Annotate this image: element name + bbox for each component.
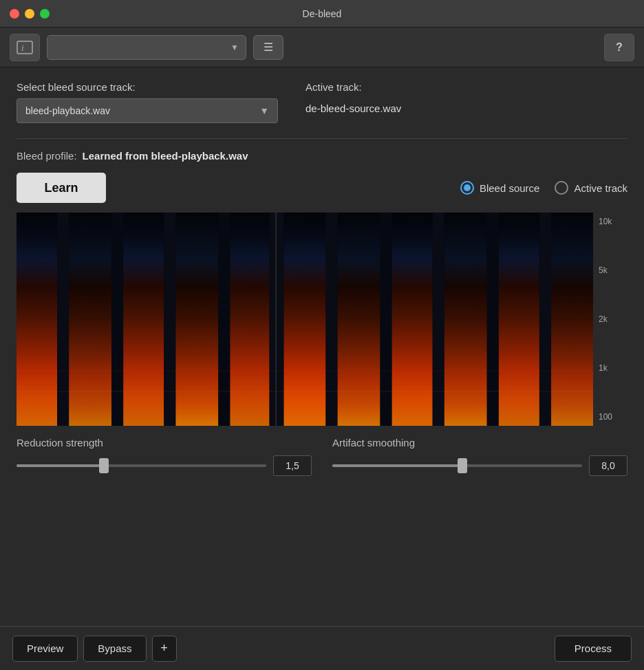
freq-label-10k: 10k: [599, 217, 627, 226]
reduction-strength-group: Reduction strength 1,5: [17, 437, 312, 476]
radio-active-track-circle: [555, 181, 568, 195]
window-controls: [10, 9, 50, 19]
freq-label-5k: 5k: [599, 266, 627, 275]
help-icon: ?: [616, 41, 623, 54]
artifact-smoothing-track[interactable]: [332, 464, 582, 467]
reduction-strength-thumb[interactable]: [99, 458, 109, 473]
artifact-smoothing-label: Artifact smoothing: [332, 437, 627, 449]
preset-dropdown-arrow: ▼: [230, 43, 239, 52]
select-track-label: Select bleed source track:: [17, 81, 278, 93]
spectrogram-canvas: [17, 213, 593, 426]
bleed-profile-label: Bleed profile:: [17, 150, 77, 162]
menu-button[interactable]: ☰: [253, 35, 283, 60]
reduction-strength-row: 1,5: [17, 455, 312, 476]
radio-active-track-label: Active track: [574, 182, 627, 194]
freq-label-2k: 2k: [599, 314, 627, 324]
divider-1: [17, 138, 627, 139]
svg-rect-0: [17, 41, 32, 54]
freq-label-1k: 1k: [599, 363, 627, 373]
learn-button[interactable]: Learn: [17, 173, 106, 203]
source-track-dropdown[interactable]: bleed-playback.wav ▼: [17, 98, 278, 123]
toolbar: i ▼ ☰ ?: [0, 28, 644, 67]
learn-radio-row: Learn Bleed source Active track: [17, 173, 627, 203]
close-button[interactable]: [10, 9, 19, 19]
reduction-strength-fill: [17, 464, 104, 467]
bottom-bar: Preview Bypass + Process: [0, 626, 644, 670]
artifact-smoothing-value: 8,0: [589, 455, 627, 476]
artifact-smoothing-row: 8,0: [332, 455, 627, 476]
artifact-smoothing-fill: [332, 464, 462, 467]
svg-rect-24: [17, 213, 593, 426]
source-track-value: bleed-playback.wav: [25, 105, 110, 116]
bleed-profile-row: Bleed profile: Learned from bleed-playba…: [17, 150, 627, 162]
track-select-group: Select bleed source track: bleed-playbac…: [17, 81, 278, 123]
maximize-button[interactable]: [40, 9, 50, 19]
radio-bleed-source-circle: [460, 181, 474, 195]
artifact-smoothing-group: Artifact smoothing 8,0: [332, 437, 627, 476]
artifact-smoothing-thumb[interactable]: [458, 458, 467, 473]
minimize-button[interactable]: [25, 9, 34, 19]
spectrogram-container: 10k 5k 2k 1k 100: [17, 213, 627, 426]
active-track-value: de-bleed-source.wav: [305, 98, 401, 114]
reduction-strength-label: Reduction strength: [17, 437, 312, 449]
reduction-strength-track[interactable]: [17, 464, 266, 467]
help-button[interactable]: ?: [604, 34, 634, 61]
window-title: De-bleed: [303, 8, 342, 19]
active-track-group: Active track: de-bleed-source.wav: [305, 81, 401, 114]
bleed-profile-value: Learned from bleed-playback.wav: [83, 150, 248, 162]
preview-button[interactable]: Preview: [12, 636, 78, 662]
radio-bleed-source[interactable]: Bleed source: [460, 181, 540, 195]
radio-group: Bleed source Active track: [460, 181, 627, 195]
active-track-label: Active track:: [305, 81, 401, 93]
freq-label-100: 100: [599, 412, 627, 422]
radio-bleed-source-label: Bleed source: [480, 182, 540, 194]
bypass-button[interactable]: Bypass: [83, 636, 146, 662]
process-button[interactable]: Process: [555, 636, 632, 662]
reduction-strength-value: 1,5: [273, 455, 312, 476]
menu-icon: ☰: [264, 41, 273, 54]
spectrogram-svg: [17, 213, 593, 426]
main-content: Select bleed source track: bleed-playbac…: [0, 67, 644, 487]
sliders-section: Reduction strength 1,5 Artifact smoothin…: [17, 437, 627, 487]
title-bar: De-bleed: [0, 0, 644, 28]
svg-text:i: i: [21, 43, 24, 53]
source-track-arrow: ▼: [259, 105, 269, 116]
add-button[interactable]: +: [152, 636, 177, 662]
plugin-icon-button[interactable]: i: [10, 34, 40, 61]
preset-dropdown[interactable]: ▼: [47, 35, 246, 60]
radio-active-track[interactable]: Active track: [555, 181, 627, 195]
track-selection: Select bleed source track: bleed-playbac…: [17, 81, 627, 123]
freq-labels: 10k 5k 2k 1k 100: [594, 213, 627, 426]
